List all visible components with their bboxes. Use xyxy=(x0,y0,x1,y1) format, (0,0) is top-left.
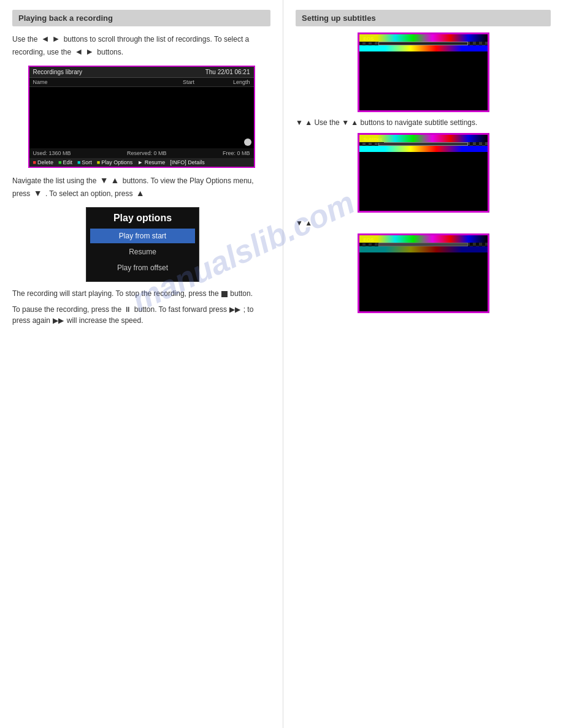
intro-text: Use the ◄ ► buttons to scroll through th… xyxy=(12,32,270,58)
right-nav-arrows: ▼ ▲ xyxy=(296,118,312,127)
right-nav-label: ▼ ▲ xyxy=(296,218,551,229)
tv-screen-1: EOS xyxy=(358,32,489,112)
ff1-icon: ▶▶ xyxy=(229,304,240,315)
playback-instructions: The recording will start playing. To sto… xyxy=(12,288,270,326)
nav-arrows-1: ◄ ► xyxy=(41,32,61,45)
footer-free: Free: 0 MB xyxy=(223,150,250,156)
right-column: Setting up subtitles EOS ▼ ▲ Use the ▼ ▲… xyxy=(283,0,563,728)
recordings-library-header: Recordings library Thu 22/01 06:21 xyxy=(29,67,254,78)
action-details: [INFO] Details xyxy=(170,159,205,165)
recordings-columns: Name Start Length xyxy=(29,78,254,87)
action-delete: ■ Delete xyxy=(33,159,53,165)
nav-arrows-2: ◄ ► xyxy=(74,45,94,58)
instruction3a: To pause the recording, press the xyxy=(12,305,121,314)
footer-reserved: Reserved: 0 MB xyxy=(127,150,167,156)
col-length: Length xyxy=(213,79,250,85)
instruction2a: The recording will start playing. To sto… xyxy=(12,289,219,298)
nav-up: ▲ xyxy=(136,187,145,200)
play-option-play-from-start[interactable]: Play from start xyxy=(90,229,195,243)
pause-icon: ⏸ xyxy=(124,304,131,315)
intro-text1: Use the xyxy=(12,35,37,44)
recordings-scrollbar xyxy=(244,138,251,146)
tv-bottom-bar-1 xyxy=(359,45,488,51)
stop-instruction: The recording will start playing. To sto… xyxy=(12,288,270,299)
stop-icon xyxy=(221,291,228,297)
ff2-icon: ▶▶ xyxy=(53,315,64,326)
footer-used: Used: 1360 MB xyxy=(33,150,71,156)
right-instruction-text: Use the ▼ ▲ buttons to navigate subtitle… xyxy=(314,118,477,127)
left-column: Playing back a recording Use the ◄ ► but… xyxy=(0,0,283,728)
left-section-header: Playing back a recording xyxy=(12,10,270,26)
action-sort: ■ Sort xyxy=(77,159,92,165)
tv-bottom-bar-2 xyxy=(359,146,488,152)
recordings-library-screenshot: Recordings library Thu 22/01 06:21 Name … xyxy=(28,66,255,168)
tv-inner-3 xyxy=(378,243,468,246)
pause-instruction: To pause the recording, press the ⏸ butt… xyxy=(12,304,270,326)
nav-down: ▼ xyxy=(34,187,42,200)
recordings-list xyxy=(29,87,254,148)
action-play-options: ■ Play Options xyxy=(97,159,132,165)
tv-screen-3: EOS xyxy=(358,233,489,313)
instruction3b: button. To fast forward press xyxy=(134,305,227,314)
instruction2b: button. xyxy=(230,289,253,298)
tv-colorbar-3 xyxy=(359,235,488,243)
play-option-play-from-offset[interactable]: Play from offset xyxy=(90,260,195,275)
instruction1: Navigate the list using the xyxy=(12,176,96,185)
play-options-popup: Play options Play from start Resume Play… xyxy=(86,207,199,282)
tv-bottom-bar-3 xyxy=(359,246,488,252)
play-options-title: Play options xyxy=(86,208,199,227)
col-name: Name xyxy=(33,79,164,85)
nav-down-up: ▼ ▲ xyxy=(100,174,120,187)
instruction1c: . To select an option, press xyxy=(45,189,133,198)
tv-colorbar-1 xyxy=(359,34,488,42)
action-edit: ■ Edit xyxy=(58,159,72,165)
intro-section: Use the ◄ ► buttons to scroll through th… xyxy=(12,32,270,58)
col-start: Start xyxy=(164,79,213,85)
tv-inner-1 xyxy=(378,42,468,45)
tv-colorbar-2 xyxy=(359,135,488,142)
intro-text3: buttons. xyxy=(97,48,123,56)
action-resume: ► Resume xyxy=(137,159,165,165)
play-option-resume[interactable]: Resume xyxy=(90,245,195,259)
instruction3d: will increase the speed. xyxy=(67,316,144,325)
recordings-library-date: Thu 22/01 06:21 xyxy=(205,69,250,75)
tv-screen-2: Subtitles xyxy=(358,133,489,213)
right-section-header: Setting up subtitles xyxy=(296,10,551,26)
recordings-footer: Used: 1360 MB Reserved: 0 MB Free: 0 MB xyxy=(29,148,254,158)
recordings-actions: ■ Delete ■ Edit ■ Sort ■ Play Options ► … xyxy=(29,158,254,167)
tv-inner-2 xyxy=(378,142,468,146)
right-nav-arrows-2: ▼ ▲ xyxy=(296,219,312,227)
page-layout: Playing back a recording Use the ◄ ► but… xyxy=(0,0,563,728)
right-instruction-1: ▼ ▲ Use the ▼ ▲ buttons to navigate subt… xyxy=(296,117,551,128)
nav-instruction-text: Navigate the list using the ▼ ▲ buttons.… xyxy=(12,174,270,200)
recordings-library-title: Recordings library xyxy=(33,69,83,75)
nav-instruction: Navigate the list using the ▼ ▲ buttons.… xyxy=(12,174,270,200)
